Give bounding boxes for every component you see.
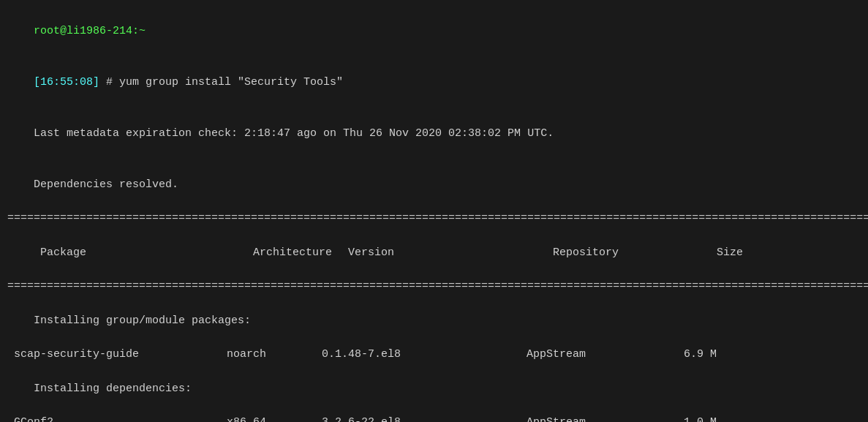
table-row: GConf2 x86_64 3.2.6-22.el8 AppStream 1.0… [7, 414, 861, 422]
prompt-user: root@li1986-214:~ [34, 25, 146, 37]
command-line: [16:55:08] # yum group install "Security… [7, 57, 861, 108]
terminal-window: root@li1986-214:~ [16:55:08] # yum group… [0, 0, 868, 422]
section-group-header: Installing group/module packages: [7, 295, 861, 346]
dep-packages-list: GConf2 x86_64 3.2.6-22.el8 AppStream 1.0… [7, 414, 861, 422]
timestamp: [16:55:08] [34, 76, 99, 88]
table-header-row: PackageArchitectureVersionRepositorySize [7, 227, 861, 278]
deps-resolved-line: Dependencies resolved. [7, 159, 861, 210]
pkg-repo: AppStream [527, 346, 658, 363]
separator-2: ========================================… [7, 278, 861, 295]
title-line: root@li1986-214:~ [7, 6, 861, 57]
pkg-size: 1.0 M [658, 414, 717, 422]
table-row: scap-security-guide noarch 0.1.48-7.el8 … [7, 346, 861, 363]
pkg-name: scap-security-guide [7, 346, 227, 363]
separator-1: ========================================… [7, 210, 861, 227]
command-text: # yum group install "Security Tools" [99, 76, 343, 88]
header-repo: Repository [553, 244, 684, 261]
pkg-version: 3.2.6-22.el8 [322, 414, 527, 422]
pkg-repo: AppStream [527, 414, 658, 422]
deps-resolved-text: Dependencies resolved. [34, 178, 178, 191]
pkg-arch: x86_64 [227, 414, 322, 422]
pkg-version: 0.1.48-7.el8 [322, 346, 527, 363]
header-size: Size [684, 244, 743, 261]
pkg-size: 6.9 M [658, 346, 717, 363]
metadata-line: Last metadata expiration check: 2:18:47 … [7, 108, 861, 159]
header-package: Package [34, 244, 253, 261]
header-version: Version [348, 244, 553, 261]
group-packages-list: scap-security-guide noarch 0.1.48-7.el8 … [7, 346, 861, 363]
pkg-arch: noarch [227, 346, 322, 363]
pkg-name: GConf2 [7, 414, 227, 422]
header-arch: Architecture [253, 244, 348, 261]
metadata-text: Last metadata expiration check: 2:18:47 … [34, 127, 554, 140]
section-deps-header: Installing dependencies: [7, 363, 861, 414]
